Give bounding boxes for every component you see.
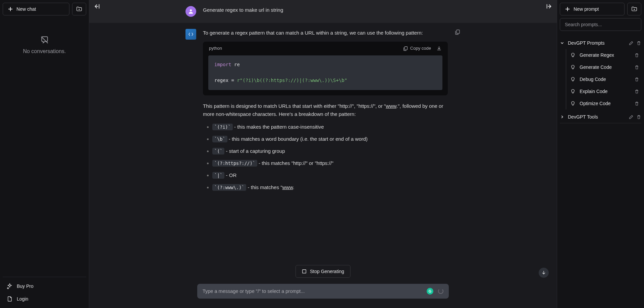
svg-rect-3	[303, 270, 306, 273]
list-item: `\b` - this matches a word boundary (i.e…	[212, 135, 448, 143]
chevron-right-icon[interactable]	[560, 115, 565, 119]
user-message-text: Generate regex to make url in string	[203, 6, 454, 17]
chat-off-icon	[40, 36, 49, 44]
login-label: Login	[17, 296, 28, 302]
list-item: `(?:https?://)` - this matches "http://"…	[212, 159, 448, 167]
lightbulb-icon	[570, 101, 576, 106]
new-prompt-button[interactable]: New prompt	[560, 3, 625, 15]
folder-label: DevGPT Tools	[568, 114, 626, 120]
list-item: `(?i)` - this makes the pattern case-ins…	[212, 123, 448, 131]
lightbulb-icon	[570, 52, 576, 58]
prompt-item[interactable]: Optimize Code	[568, 97, 641, 109]
folder-plus-icon	[76, 6, 82, 12]
new-folder-button[interactable]	[72, 3, 86, 15]
stop-generating-label: Stop Generating	[310, 269, 344, 274]
ai-intro-text: To generate a regex pattern that can mat…	[203, 29, 448, 37]
trash-icon[interactable]	[634, 65, 639, 70]
left-sidebar: New chat No conversations. Buy Pro Login	[0, 0, 89, 308]
sparkle-icon	[7, 283, 13, 289]
prompt-item[interactable]: Generate Code	[568, 61, 641, 73]
code-body: import re regex = r"(?i)\b((?:https?://)…	[208, 55, 442, 90]
message-input-bar: G	[197, 284, 449, 299]
message-input[interactable]	[203, 289, 427, 294]
scroll-down-button[interactable]	[539, 268, 549, 278]
plus-icon	[565, 6, 570, 12]
buy-pro-label: Buy Pro	[17, 283, 34, 289]
right-sidebar: New prompt DevGPT Prompts Generate Regex	[557, 0, 644, 308]
plus-icon	[8, 6, 13, 12]
new-prompt-folder-button[interactable]	[627, 3, 641, 15]
prompt-item-label: Generate Code	[580, 64, 632, 70]
stop-generating-button[interactable]: Stop Generating	[296, 265, 351, 278]
prompt-item-label: Generate Regex	[580, 52, 632, 58]
code-block: python Copy code	[203, 42, 448, 95]
stop-icon	[302, 269, 307, 274]
prompt-item-label: Optimize Code	[580, 101, 632, 106]
user-avatar	[185, 6, 196, 17]
login-button[interactable]: Login	[3, 293, 86, 305]
pattern-breakdown-list: `(?i)` - this makes the pattern case-ins…	[203, 123, 448, 191]
buy-pro-button[interactable]: Buy Pro	[3, 280, 86, 293]
svg-rect-1	[405, 47, 407, 50]
folder-plus-icon	[631, 6, 637, 12]
tools-folder-header[interactable]: DevGPT Tools	[560, 111, 641, 123]
lightbulb-icon	[570, 64, 576, 70]
lightbulb-icon	[570, 77, 576, 82]
new-chat-label: New chat	[16, 6, 36, 12]
grammarly-icon[interactable]: G	[427, 288, 433, 295]
prompts-folder-header[interactable]: DevGPT Prompts	[560, 39, 641, 47]
prompt-item-label: Explain Code	[580, 89, 632, 94]
trash-icon[interactable]	[636, 41, 641, 46]
copy-code-label: Copy code	[410, 45, 431, 52]
code-language-label: python	[209, 45, 222, 52]
download-icon[interactable]	[436, 46, 442, 51]
lightbulb-icon	[570, 89, 576, 94]
trash-icon[interactable]	[634, 89, 639, 94]
clipboard-icon	[403, 46, 408, 51]
new-prompt-label: New prompt	[574, 6, 599, 12]
file-icon	[7, 296, 13, 302]
prompt-item[interactable]: Debug Code	[568, 73, 641, 85]
collapse-right-icon[interactable]	[545, 3, 553, 10]
no-conversations: No conversations.	[3, 36, 86, 54]
new-chat-button[interactable]: New chat	[3, 3, 69, 15]
no-conversations-label: No conversations.	[23, 48, 66, 54]
prompt-item-label: Debug Code	[580, 77, 632, 82]
list-item: `(` - start of a capturing group	[212, 147, 448, 155]
trash-icon[interactable]	[634, 77, 639, 82]
ai-explanation-text: This pattern is designed to match URLs t…	[203, 102, 448, 118]
edit-icon[interactable]	[629, 41, 634, 46]
chevron-down-icon[interactable]	[560, 41, 565, 45]
copy-message-icon[interactable]	[454, 29, 461, 35]
list-item: `|` - OR	[212, 171, 448, 179]
trash-icon[interactable]	[636, 115, 641, 120]
svg-point-0	[190, 9, 192, 11]
loading-spinner-icon	[438, 289, 443, 294]
folder-label: DevGPT Prompts	[568, 40, 626, 46]
edit-icon[interactable]	[629, 115, 634, 120]
main-chat-area: Generate regex to make url in string To …	[89, 0, 557, 308]
ai-message-row: To generate a regex pattern that can mat…	[89, 23, 557, 202]
prompt-item[interactable]: Explain Code	[568, 85, 641, 97]
collapse-left-icon[interactable]	[93, 3, 101, 10]
copy-code-button[interactable]: Copy code	[403, 45, 431, 52]
prompt-item[interactable]: Generate Regex	[568, 49, 641, 61]
trash-icon[interactable]	[634, 101, 639, 106]
svg-rect-2	[457, 30, 460, 34]
trash-icon[interactable]	[634, 53, 639, 58]
user-message-row: Generate regex to make url in string	[89, 0, 557, 23]
search-prompts-input[interactable]	[560, 18, 641, 31]
list-item: `(?:www\.)` - this matches "www.	[212, 183, 448, 191]
ai-avatar	[185, 29, 196, 40]
